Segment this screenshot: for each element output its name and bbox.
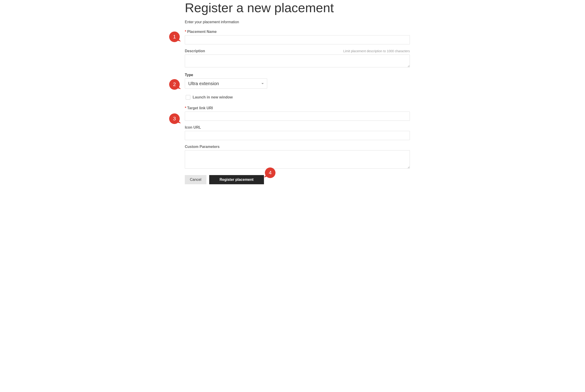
placement-name-label-text: Placement Name: [187, 30, 217, 34]
target-link-uri-input[interactable]: [185, 112, 410, 121]
description-label: Description: [185, 49, 205, 53]
field-description: Description Limit placement description …: [185, 49, 410, 68]
custom-parameters-label: Custom Parameters: [185, 145, 220, 149]
custom-parameters-textarea[interactable]: [185, 150, 410, 168]
target-link-uri-label: *Target link URI: [185, 106, 213, 110]
type-label: Type: [185, 73, 193, 77]
type-select[interactable]: Ultra extension: [185, 78, 267, 88]
page-subtitle: Enter your placement information: [185, 20, 410, 24]
field-custom-parameters: Custom Parameters: [185, 145, 410, 170]
launch-new-window-label[interactable]: Launch in new window: [193, 95, 233, 100]
icon-url-input[interactable]: [185, 131, 410, 140]
cancel-button[interactable]: Cancel: [185, 175, 206, 184]
field-target-link-uri: *Target link URI: [185, 106, 410, 121]
form-actions: Cancel Register placement 4: [185, 175, 410, 184]
field-placement-name: *Placement Name: [185, 30, 410, 44]
chevron-down-icon: [261, 83, 264, 84]
field-icon-url: Icon URL: [185, 126, 410, 140]
placement-name-input[interactable]: [185, 35, 410, 44]
type-selected-value: Ultra extension: [188, 81, 219, 86]
page-title: Register a new placement: [185, 0, 410, 16]
callout-1: 1: [169, 32, 180, 42]
callout-4: 4: [265, 168, 275, 178]
field-type: Type Ultra extension: [185, 73, 410, 88]
callout-3: 3: [169, 114, 180, 124]
required-asterisk: *: [185, 30, 186, 34]
target-link-uri-label-text: Target link URI: [187, 106, 213, 110]
placement-name-label: *Placement Name: [185, 30, 217, 34]
launch-new-window-checkbox[interactable]: [186, 95, 190, 100]
description-hint: Limit placement description to 1000 char…: [343, 49, 410, 53]
field-launch-new-window: Launch in new window: [186, 95, 410, 100]
description-textarea[interactable]: [185, 54, 410, 68]
required-asterisk: *: [185, 106, 186, 110]
icon-url-label: Icon URL: [185, 126, 201, 130]
callout-2: 2: [169, 79, 180, 90]
register-placement-button[interactable]: Register placement: [209, 175, 264, 184]
